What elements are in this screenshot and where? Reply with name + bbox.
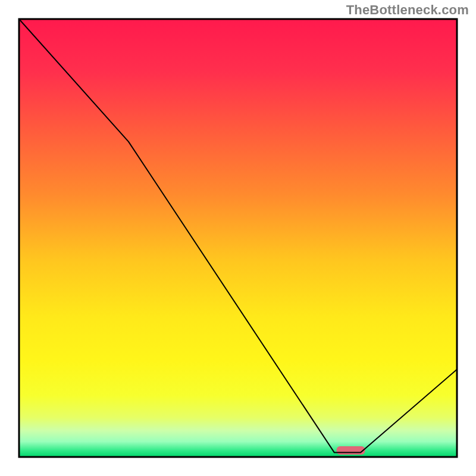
chart-container: TheBottleneck.com [0, 0, 476, 476]
plot-background [19, 19, 457, 457]
bottleneck-chart [0, 0, 476, 476]
highlight-marker [337, 446, 365, 455]
watermark-text: TheBottleneck.com [346, 2, 469, 18]
